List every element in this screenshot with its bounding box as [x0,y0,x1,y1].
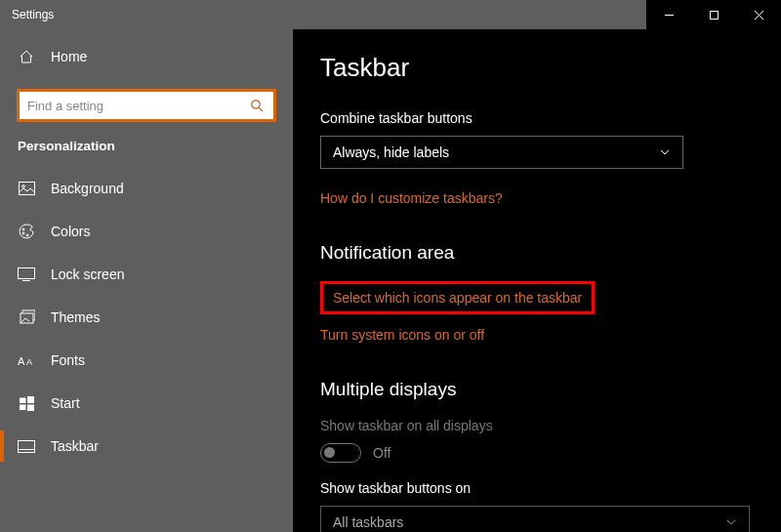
svg-rect-19 [27,404,34,411]
sidebar-item-label: Background [51,181,124,196]
combine-value: Always, hide labels [333,144,449,160]
minimize-icon [664,10,675,20]
window-title: Settings [0,8,54,21]
chevron-down-icon [659,146,671,158]
svg-point-7 [21,185,24,188]
close-icon [754,10,764,20]
show-buttons-value: All taskbars [333,514,403,530]
search-container [18,90,275,121]
svg-rect-18 [20,404,26,410]
sidebar-item-label: Colors [51,224,90,239]
svg-rect-6 [19,183,34,195]
svg-rect-17 [27,396,34,403]
svg-point-9 [22,232,24,234]
search-icon [248,97,266,114]
svg-point-4 [252,101,260,108]
sidebar-item-label: Taskbar [51,438,99,454]
settings-window: Settings Home [0,0,781,532]
svg-rect-1 [710,11,718,19]
svg-line-5 [259,107,263,111]
svg-text:A: A [18,355,25,367]
sidebar-item-taskbar[interactable]: Taskbar [0,425,293,468]
svg-text:A: A [26,357,32,367]
search-input[interactable] [27,99,248,113]
show-buttons-label: Show taskbar buttons on [320,480,754,496]
maximize-button[interactable] [691,0,736,29]
svg-rect-16 [20,397,26,403]
multiple-displays-heading: Multiple displays [320,379,754,400]
sidebar-section-label: Personalization [0,139,293,167]
sidebar-item-lockscreen[interactable]: Lock screen [0,253,293,296]
taskbar-icon [18,437,35,455]
content-area: Taskbar Combine taskbar buttons Always, … [293,29,781,532]
sidebar-item-label: Themes [51,309,101,325]
customize-taskbars-link[interactable]: How do I customize taskbars? [320,190,503,206]
sidebar-item-start[interactable]: Start [0,382,293,425]
system-icons-link[interactable]: Turn system icons on or off [320,327,484,343]
sidebar-item-themes[interactable]: Themes [0,296,293,339]
window-controls [646,0,781,29]
maximize-icon [709,10,719,20]
home-label: Home [51,49,87,64]
toggle-state-label: Off [373,445,390,461]
start-icon [18,394,35,412]
sidebar: Home Personalization Background [0,29,293,532]
sidebar-item-label: Lock screen [51,266,124,282]
sidebar-item-fonts[interactable]: AA Fonts [0,339,293,382]
window-body: Home Personalization Background [0,29,781,532]
palette-icon [18,223,35,240]
lockscreen-icon [18,266,35,283]
show-taskbar-toggle-row: Off [320,443,754,463]
svg-point-10 [26,234,28,236]
home-link[interactable]: Home [0,37,293,76]
svg-rect-11 [19,268,35,279]
show-buttons-dropdown[interactable]: All taskbars [320,506,750,532]
combine-dropdown[interactable]: Always, hide labels [320,136,683,169]
minimize-button[interactable] [646,0,691,29]
search-box[interactable] [18,90,275,121]
page-title: Taskbar [320,53,754,83]
svg-point-8 [22,228,24,230]
themes-icon [18,308,35,326]
sidebar-item-label: Start [51,395,80,411]
close-button[interactable] [736,0,781,29]
image-icon [18,180,35,197]
notification-area-heading: Notification area [320,242,754,264]
chevron-down-icon [725,516,737,528]
show-taskbar-all-label: Show taskbar on all displays [320,418,754,433]
combine-label: Combine taskbar buttons [320,110,754,126]
svg-rect-20 [19,440,35,452]
home-icon [18,48,35,65]
sidebar-item-background[interactable]: Background [0,167,293,210]
select-icons-link[interactable]: Select which icons appear on the taskbar [320,281,595,314]
show-taskbar-toggle[interactable] [320,443,361,463]
sidebar-item-label: Fonts [51,352,85,368]
sidebar-item-colors[interactable]: Colors [0,210,293,253]
fonts-icon: AA [18,351,35,369]
